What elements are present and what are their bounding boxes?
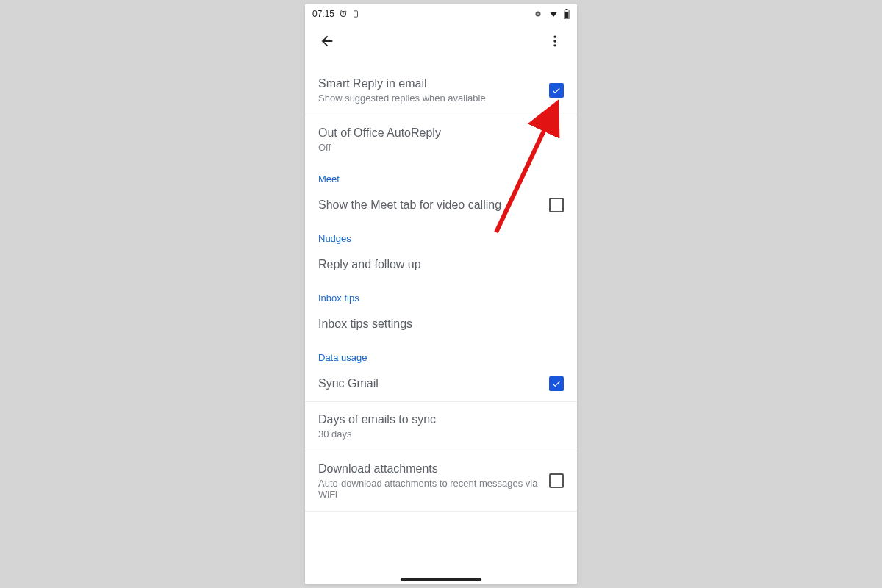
svg-rect-3 [565, 12, 569, 18]
dots-vertical-icon [548, 34, 562, 49]
checkbox-download-attachments[interactable] [549, 473, 564, 488]
overflow-menu-button[interactable] [542, 28, 568, 54]
setting-meet-tab[interactable]: Show the Meet tab for video calling [305, 187, 577, 223]
checkbox-meet-tab[interactable] [549, 198, 564, 212]
setting-download-attachments[interactable]: Download attachments Auto-download attac… [305, 451, 577, 512]
setting-title: Days of emails to sync [318, 412, 556, 427]
setting-subtitle: Off [318, 142, 556, 154]
section-header-data-usage: Data usage [305, 342, 577, 366]
svg-point-5 [553, 40, 556, 42]
section-header-meet: Meet [305, 163, 577, 187]
setting-smart-reply[interactable]: Smart Reply in email Show suggested repl… [305, 59, 577, 115]
setting-sync-gmail[interactable]: Sync Gmail [305, 366, 577, 402]
battery-icon [564, 9, 570, 19]
home-indicator [401, 578, 481, 581]
setting-title: Reply and follow up [318, 257, 556, 272]
status-time: 07:15 [312, 9, 334, 19]
setting-subtitle: Show suggested replies when available [318, 93, 542, 104]
setting-title: Download attachments [318, 462, 542, 476]
checkbox-sync-gmail[interactable] [549, 376, 564, 391]
setting-subtitle: Auto-download attachments to recent mess… [318, 478, 542, 501]
svg-rect-0 [354, 11, 358, 17]
settings-list: Smart Reply in email Show suggested repl… [305, 59, 577, 512]
section-header-inbox-tips: Inbox tips [305, 282, 577, 306]
section-header-nudges: Nudges [305, 223, 577, 247]
wifi-icon [548, 10, 559, 18]
setting-inbox-tips[interactable]: Inbox tips settings [305, 306, 577, 342]
svg-point-6 [553, 44, 556, 46]
status-bar: 07:15 [305, 4, 577, 24]
arrow-back-icon [319, 33, 335, 49]
alarm-icon [339, 10, 348, 18]
setting-out-of-office[interactable]: Out of Office AutoReply Off [305, 115, 577, 164]
checkbox-smart-reply[interactable] [549, 83, 564, 98]
svg-point-4 [553, 36, 556, 38]
setting-title: Smart Reply in email [318, 76, 542, 91]
setting-reply-follow-up[interactable]: Reply and follow up [305, 247, 577, 282]
setting-title: Inbox tips settings [318, 317, 556, 331]
dnd-icon [533, 10, 543, 18]
setting-subtitle: 30 days [318, 429, 556, 440]
back-button[interactable] [314, 28, 340, 54]
app-bar [305, 24, 577, 59]
setting-title: Sync Gmail [318, 376, 542, 391]
device-icon [352, 10, 359, 18]
setting-days-sync[interactable]: Days of emails to sync 30 days [305, 402, 577, 451]
phone-frame: 07:15 [305, 4, 577, 584]
setting-title: Out of Office AutoReply [318, 126, 556, 140]
setting-title: Show the Meet tab for video calling [318, 198, 542, 212]
